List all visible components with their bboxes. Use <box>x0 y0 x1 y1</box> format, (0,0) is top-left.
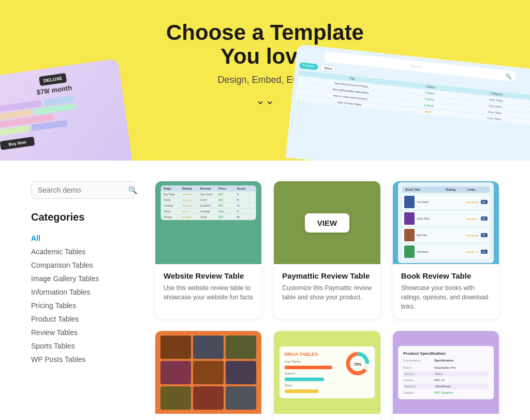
sidebar-item-sports[interactable]: Sports Tables <box>31 339 135 353</box>
sidebar: 🔍 Categories All Academic Tables Compari… <box>31 181 135 420</box>
product-card-paymattic: VIEW Paymattic Review Table Customize th… <box>274 181 380 318</box>
card-thumbnail-4 <box>155 331 261 414</box>
card-thumbnail-6: Product Specification Components Specifi… <box>393 331 499 414</box>
card-thumbnail-1: Page Rating Review Price Score Buy Page … <box>155 181 261 264</box>
sidebar-item-pricing[interactable]: Pricing Tables <box>31 299 135 312</box>
card-info-4: Movie Review Table Showcase your movies … <box>155 414 261 420</box>
hero-chevron-icon: ⌄⌄ <box>10 94 520 107</box>
card-info-6: Product Specification Table Use this tab… <box>393 414 499 420</box>
sidebar-item-wp-posts[interactable]: WP Posts Tables <box>31 353 135 366</box>
search-box[interactable]: 🔍 <box>31 181 135 199</box>
sidebar-item-information[interactable]: Information Tables <box>31 285 135 299</box>
categories-nav: All Academic Tables Comparison Tables Im… <box>31 231 135 366</box>
hero-section: Choose a Template You love Design, Embed… <box>0 0 530 161</box>
card-title-2: Paymattic Review Table <box>282 271 372 280</box>
card-desc-2: Customize this Paymattic review table an… <box>282 283 372 302</box>
sidebar-item-product[interactable]: Product Tables <box>31 312 135 326</box>
card-thumbnail-5: NINJA TABLES 75% Avg. Rating Support Val… <box>274 331 380 414</box>
sidebar-item-all[interactable]: All <box>31 231 135 245</box>
search-input[interactable] <box>38 186 128 194</box>
svg-text:75%: 75% <box>354 362 362 367</box>
card-title-1: Website Review Table <box>164 271 253 280</box>
card-desc-3: Showcase your books with ratings, opinio… <box>401 283 491 311</box>
product-card-spec: Product Specification Components Specifi… <box>393 331 499 420</box>
sidebar-item-academic[interactable]: Academic Tables <box>31 245 135 258</box>
search-icon: 🔍 <box>128 186 137 194</box>
card-info-5: Ninja Tables Review Table Showcase produ… <box>274 414 380 420</box>
card-info-2: Paymattic Review Table Customize this Pa… <box>274 264 380 309</box>
product-grid: Page Rating Review Price Score Buy Page … <box>155 181 499 420</box>
product-card-movie: Movie Review Table Showcase your movies … <box>155 331 261 420</box>
ninja-donut-chart: 75% <box>345 351 371 376</box>
card-desc-1: Use this website review table to showcas… <box>164 283 253 302</box>
main-content: 🔍 Categories All Academic Tables Compari… <box>0 161 530 420</box>
card-info-3: Book Review Table Showcase your books wi… <box>393 264 499 318</box>
card-info-1: Website Review Table Use this website re… <box>155 264 261 309</box>
card-thumbnail-3: Book TitleRatingLinks The Novel ★★★★★ DL… <box>393 181 499 264</box>
sidebar-item-review[interactable]: Review Tables <box>31 326 135 339</box>
hero-title: Choose a Template You love <box>10 21 520 68</box>
hero-tablet-left: DELUXE $79/ month <box>0 59 132 161</box>
card-title-3: Book Review Table <box>401 271 491 280</box>
product-card-website-review: Page Rating Review Price Score Buy Page … <box>155 181 261 318</box>
card-thumbnail-2: VIEW <box>274 181 380 264</box>
product-card-book: Book TitleRatingLinks The Novel ★★★★★ DL… <box>393 181 499 318</box>
sidebar-item-image-gallery[interactable]: Image Gallery Tables <box>31 272 135 285</box>
categories-title: Categories <box>31 211 135 223</box>
view-button-paymattic[interactable]: VIEW <box>305 213 349 233</box>
sidebar-item-comparison[interactable]: Comparison Tables <box>31 258 135 272</box>
product-card-ninja: NINJA TABLES 75% Avg. Rating Support Val… <box>274 331 380 420</box>
hero-subtitle: Design, Embed, Enjoy! <box>10 75 520 85</box>
